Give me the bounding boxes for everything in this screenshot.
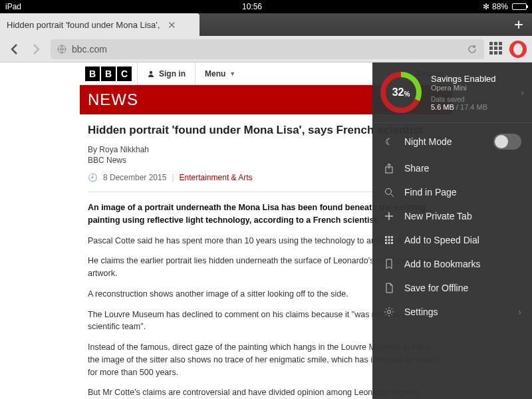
signin-button[interactable]: Sign in — [137, 63, 195, 84]
status-right: ✻ 88% — [483, 2, 527, 11]
svg-rect-4 — [385, 236, 387, 238]
speed-dial-item[interactable]: Add to Speed Dial — [372, 228, 532, 252]
url-text: bbc.com — [72, 44, 462, 55]
night-mode-item[interactable]: ☾ Night Mode — [372, 127, 532, 156]
globe-icon — [57, 45, 66, 54]
bbc-logo[interactable]: B B C — [80, 63, 137, 84]
svg-rect-8 — [388, 239, 390, 241]
forward-button[interactable] — [28, 41, 45, 58]
share-icon — [383, 163, 395, 174]
article-date: 8 December 2015 — [103, 173, 166, 182]
chevron-right-icon: › — [518, 307, 521, 317]
search-icon — [383, 188, 395, 198]
share-item[interactable]: Share — [372, 156, 532, 180]
menu-list: ☾ Night Mode Share Find in Page New Priv… — [372, 123, 532, 328]
clock-icon: 🕘 — [88, 173, 98, 182]
battery-icon — [512, 3, 527, 10]
back-button[interactable] — [5, 41, 23, 58]
svg-rect-11 — [388, 242, 390, 244]
savings-title: Savings Enabled — [431, 74, 511, 84]
tab-title: Hidden portrait 'found under Mona Lisa', — [7, 20, 160, 30]
night-mode-toggle[interactable] — [493, 134, 521, 150]
status-bar: iPad 10:56 ✻ 88% — [0, 0, 532, 13]
toolbar: bbc.com — [0, 36, 532, 63]
clock: 10:56 — [21, 2, 483, 11]
svg-rect-10 — [385, 242, 387, 244]
device-label: iPad — [5, 2, 21, 11]
savings-subtitle: Opera Mini — [431, 84, 511, 92]
plus-icon — [383, 211, 395, 221]
battery-pct: 88% — [492, 2, 508, 11]
page-icon — [383, 283, 395, 293]
category-link[interactable]: Entertainment & Arts — [180, 173, 253, 182]
private-tab-item[interactable]: New Private Tab — [372, 204, 532, 228]
bookmark-item[interactable]: Add to Bookmarks — [372, 252, 532, 276]
svg-rect-12 — [391, 242, 393, 244]
offline-item[interactable]: Save for Offline — [372, 276, 532, 300]
svg-rect-9 — [391, 239, 393, 241]
speed-dial-button[interactable] — [489, 42, 504, 57]
tab-bar: Hidden portrait 'found under Mona Lisa',… — [0, 13, 532, 36]
opera-menu-button[interactable] — [509, 41, 527, 58]
svg-rect-7 — [385, 239, 387, 241]
chevron-down-icon: ▼ — [229, 70, 235, 77]
savings-gauge: 32% — [380, 72, 422, 113]
moon-icon: ☾ — [383, 136, 395, 147]
svg-point-1 — [150, 70, 152, 73]
svg-point-3 — [385, 188, 391, 194]
settings-item[interactable]: Settings › — [372, 300, 532, 324]
grid-icon — [383, 235, 395, 245]
savings-label: Data saved — [431, 96, 511, 103]
reload-icon[interactable] — [467, 44, 477, 55]
bookmark-icon — [383, 259, 395, 269]
opera-side-menu: 32% Savings Enabled Opera Mini Data save… — [372, 63, 532, 399]
savings-panel[interactable]: 32% Savings Enabled Opera Mini Data save… — [372, 63, 532, 123]
bluetooth-icon: ✻ — [483, 2, 489, 11]
close-tab-icon[interactable]: ✕ — [168, 20, 176, 30]
gear-icon — [383, 307, 395, 317]
chevron-right-icon: › — [521, 87, 524, 98]
svg-rect-5 — [388, 236, 390, 238]
browser-tab[interactable]: Hidden portrait 'found under Mona Lisa',… — [0, 13, 200, 36]
svg-point-13 — [388, 311, 391, 314]
svg-rect-6 — [391, 236, 393, 238]
user-icon — [147, 70, 155, 78]
url-bar[interactable]: bbc.com — [51, 39, 484, 59]
find-item[interactable]: Find in Page — [372, 180, 532, 204]
new-tab-button[interactable]: + — [505, 13, 532, 36]
